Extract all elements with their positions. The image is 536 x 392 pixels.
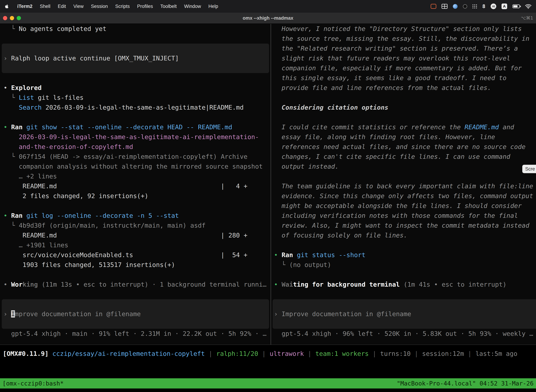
ran-git-show: • Ran git show --stat --oneline --decora… [4, 122, 270, 132]
terminal-line: 2 files changed, 92 insertions(+) [4, 191, 270, 201]
text-segment: (1m 41s • esc to interrupt) [400, 281, 507, 288]
explored-header: • Explored [4, 83, 270, 93]
text-segment: Ran [282, 251, 293, 258]
left-pane[interactable]: └ No agents completed yet› Ralph loop ac… [0, 24, 270, 345]
zoom-window-button[interactable] [17, 16, 21, 20]
menu-item-profiles[interactable]: Profiles [137, 4, 153, 9]
minimize-window-button[interactable] [10, 16, 14, 20]
text-segment: | [258, 350, 270, 357]
text-segment: git show --stat --oneline --decorate HEA… [23, 123, 232, 131]
terminal-line [4, 34, 270, 44]
dark-circle-icon[interactable] [463, 4, 467, 9]
text-segment: I [11, 310, 15, 317]
text-segment: └ [4, 153, 19, 160]
text-segment: Ralph loop active continue [OMX_TMUX_INJ… [11, 55, 179, 62]
terminal-line: companion analysis without altering the … [4, 162, 270, 171]
text-segment: Improve documentation in @filename [282, 310, 411, 317]
menu-item-iterm2[interactable]: iTerm2 [17, 4, 33, 9]
terminal-line: evidence. Since this change only affects… [274, 191, 536, 201]
menubar-status-icons: 8 .61 A [431, 3, 531, 9]
text-segment: 2 files changed, 92 insertions(+) [4, 192, 148, 200]
menu-item-toolbelt[interactable]: Toolbelt [160, 4, 177, 9]
text-segment: Ran [11, 212, 23, 219]
text-segment: references need actual files, and since … [274, 143, 526, 150]
terminal-line: companion file, especially if more comme… [274, 63, 536, 73]
text-segment: | [464, 350, 475, 357]
terminal-line: README.md | 280 + [4, 230, 270, 240]
text-segment: Search [19, 104, 42, 111]
text-segment: git ls-files [34, 94, 84, 101]
terminal-line: └ 067f154 (HEAD -> essay/ai-reimplementa… [4, 152, 270, 162]
text-segment: and-the-erosion-of-copyleft.md [4, 143, 133, 150]
window-title: omx --xhigh --madmax [243, 13, 293, 23]
terminal-line: might be acceptable alongside the file l… [274, 201, 536, 211]
right-pane[interactable]: However, I noticed the "Directory Struct… [271, 24, 536, 345]
text-segment: However, I noticed the "Directory Struct… [274, 25, 522, 32]
wifi-icon[interactable] [525, 4, 531, 9]
text-segment: output instead. [274, 163, 339, 170]
screen-recording-icon[interactable] [431, 4, 436, 9]
ralph-loop-line: › Ralph loop active continue [OMX_TMUX_I… [4, 53, 269, 63]
text-segment: provide file and line references from th… [274, 84, 491, 91]
menu-item-shell[interactable]: Shell [40, 4, 50, 9]
terminal-line: including verification notes with those … [274, 211, 536, 221]
prompt-input[interactable]: › Improve documentation in @filename [273, 299, 536, 329]
terminal-line [4, 73, 270, 83]
menu-item-edit[interactable]: Edit [58, 4, 66, 9]
text-segment: cczip/essay/ai-reimplementation-copyleft [53, 350, 205, 357]
digit-8-icon[interactable]: 8 [482, 3, 485, 9]
text-segment: companion analysis without altering the … [4, 163, 263, 170]
menu-item-window[interactable]: Window [184, 4, 201, 9]
blue-orb-icon[interactable] [453, 4, 458, 9]
text-segment: Wor [11, 281, 23, 288]
terminal-line: 1903 files changed, 513517 insertions(+) [4, 260, 270, 270]
menu-item-view[interactable]: View [73, 4, 84, 9]
text-segment: essay file, along with finding root file… [274, 133, 495, 140]
text-segment: › [4, 310, 11, 317]
menu-bar: iTerm2ShellEditViewSessionScriptsProfile… [0, 0, 536, 13]
text-segment: this single essay, it seems like a good … [274, 74, 507, 81]
text-segment: session:12m [422, 350, 464, 357]
meter-61-icon[interactable]: .61 [491, 4, 496, 9]
text-segment: … +2 lines [4, 173, 57, 180]
text-segment: README.md | 280 + [4, 232, 247, 239]
text-segment: last:5m ago [475, 350, 517, 357]
text-segment: • [4, 84, 11, 91]
text-segment: the source tree, missing the essay. Stil… [274, 35, 529, 42]
text-segment: (11m 13s • esc to interrupt) · 1 backgro… [38, 281, 266, 288]
text-segment: • [274, 251, 282, 258]
screen-notification[interactable]: Scre [522, 165, 536, 173]
text-segment: README.md [464, 123, 499, 131]
battery-icon[interactable] [512, 5, 520, 8]
text-segment: I could cite commit statistics or refere… [274, 123, 464, 131]
window-grid-icon[interactable] [442, 4, 448, 9]
prompt-input[interactable]: › Improve documentation in @filename [2, 299, 269, 329]
terminal-line [4, 289, 270, 299]
terminal-line: the source tree, missing the essay. Stil… [274, 34, 536, 44]
text-segment: the "Related research writing" section i… [274, 45, 518, 52]
working-status: • Working (11m 13s • esc to interrupt) ·… [4, 280, 270, 289]
text-segment: › [4, 55, 11, 62]
menu-item-session[interactable]: Session [91, 4, 108, 9]
apple-menu-icon[interactable] [5, 4, 9, 9]
window-title-bar: omx --xhigh --madmax ⌥⌘1 [0, 13, 536, 24]
tmux-host-clock: "MacBook-Pro-44.local" 04:52 31-Mar-26 [397, 380, 534, 387]
terminal-line: src/voice/voiceModeEnabled.ts | 54 + [4, 250, 270, 260]
terminal-line [274, 93, 536, 103]
ralph-loop-banner[interactable]: › Ralph loop active continue [OMX_TMUX_I… [2, 44, 269, 73]
terminal-line: provide file and line references from th… [274, 83, 536, 93]
text-segment: mprove documentation in @filename [15, 310, 141, 317]
menu-item-help[interactable]: Help [208, 4, 218, 9]
terminal-line: Search 2026-03-09-is-legal-the-same-as-l… [4, 103, 270, 112]
terminal-line: … +2 lines [4, 171, 270, 181]
text-segment: Ran [11, 123, 23, 131]
ran-git-log: • Ran git log --oneline --decorate -n 5 … [4, 211, 270, 221]
text-segment: gpt-5.4 xhigh · 96% left · 520K in · 5.8… [274, 330, 533, 337]
dots-grid-icon[interactable] [473, 5, 477, 9]
menu-item-scripts[interactable]: Scripts [115, 4, 130, 9]
close-window-button[interactable] [3, 16, 7, 20]
input-source-icon[interactable]: A [502, 4, 507, 9]
terminal-line: └ (no output) [274, 260, 536, 270]
text-segment [4, 104, 19, 111]
terminal-line: this single essay, it seems like a good … [274, 73, 536, 83]
